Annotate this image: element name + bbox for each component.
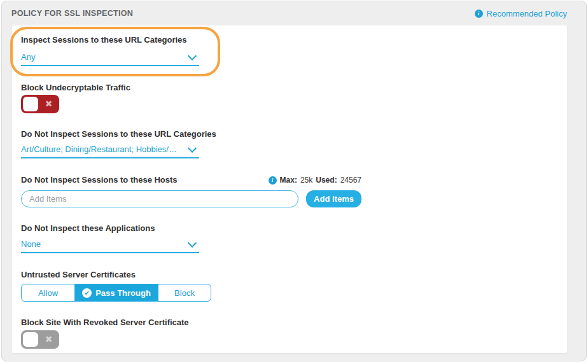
no-inspect-hosts-label: Do Not Inspect Sessions to these Hosts	[21, 175, 178, 185]
panel-title: POLICY FOR SSL INSPECTION	[11, 9, 133, 18]
info-icon: i	[475, 10, 483, 18]
no-inspect-applications-label: Do Not Inspect these Applications	[21, 223, 558, 233]
info-icon: i	[269, 176, 277, 185]
recommended-policy-link[interactable]: i Recommended Policy	[475, 9, 567, 18]
x-icon: ✖	[38, 95, 59, 113]
add-items-input[interactable]	[21, 190, 298, 207]
segment-allow[interactable]: Allow	[22, 284, 74, 301]
untrusted-certs-label: Untrusted Server Certificates	[21, 270, 558, 279]
block-revoked-cert-label: Block Site With Revoked Server Certifica…	[21, 318, 558, 327]
inspect-url-categories-label: Inspect Sessions to these URL Categories	[21, 25, 558, 45]
segment-pass-through[interactable]: ✔ Pass Through	[74, 284, 158, 301]
panel-header: POLICY FOR SSL INSPECTION i Recommended …	[2, 1, 586, 25]
no-inspect-url-categories-dropdown[interactable]: Art/Culture; Dining/Restaurant; Hobbies/…	[21, 145, 199, 158]
no-inspect-applications-value: None	[21, 240, 41, 248]
chevron-down-icon	[188, 51, 197, 60]
chevron-down-icon	[188, 143, 197, 152]
recommended-policy-label: Recommended Policy	[487, 9, 567, 18]
no-inspect-url-categories-label: Do Not Inspect Sessions to these URL Cat…	[21, 129, 558, 139]
max-value: 25k	[300, 176, 312, 185]
chevron-down-icon	[188, 238, 197, 247]
no-inspect-hosts-header: Do Not Inspect Sessions to these Hosts i…	[21, 175, 361, 185]
block-undecryptable-toggle[interactable]: ✖	[21, 95, 59, 113]
add-items-button[interactable]: Add Items	[306, 190, 361, 207]
policy-form-card: Inspect Sessions to these URL Categories…	[12, 25, 567, 353]
ssl-policy-panel: POLICY FOR SSL INSPECTION i Recommended …	[1, 1, 587, 361]
max-label: Max:	[280, 176, 297, 185]
no-inspect-applications-dropdown[interactable]: None	[21, 240, 199, 253]
x-icon: ✖	[38, 330, 59, 349]
no-inspect-hosts-row: Add Items	[21, 190, 361, 207]
block-revoked-cert-toggle[interactable]: ✖	[21, 330, 59, 349]
no-inspect-url-categories-value: Art/Culture; Dining/Restaurant; Hobbies/…	[21, 145, 177, 153]
toggle-knob	[23, 332, 38, 347]
used-value: 24567	[340, 176, 361, 185]
untrusted-certs-segmented-control: Allow ✔ Pass Through Block	[21, 284, 211, 302]
segment-block[interactable]: Block	[158, 284, 211, 301]
check-icon: ✔	[82, 288, 92, 298]
inspect-url-categories-value: Any	[21, 53, 35, 61]
hosts-limits: i Max: 25k Used: 24567	[269, 176, 361, 185]
inspect-url-categories-dropdown[interactable]: Any	[21, 53, 199, 66]
toggle-knob	[23, 97, 38, 111]
segment-pass-through-label: Pass Through	[95, 288, 151, 298]
used-label: Used:	[316, 176, 337, 185]
block-undecryptable-label: Block Undecryptable Traffic	[21, 83, 558, 92]
